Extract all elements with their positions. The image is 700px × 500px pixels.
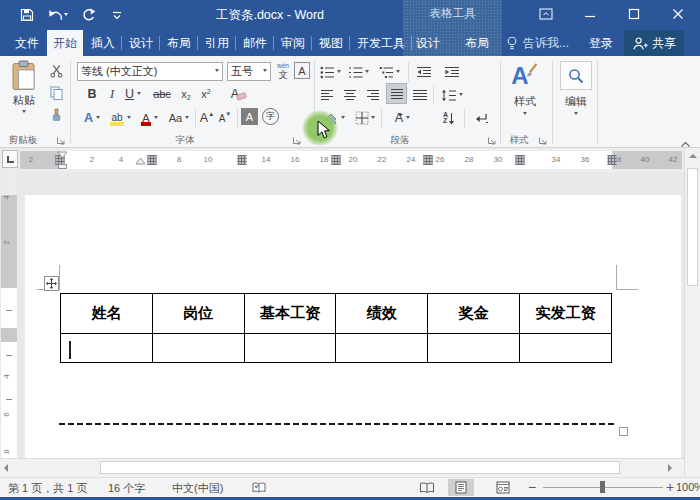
- table-data-cell[interactable]: [336, 334, 428, 362]
- distribute-button[interactable]: [410, 85, 430, 105]
- clear-formatting-button[interactable]: A: [228, 84, 250, 104]
- grow-font-button[interactable]: A ▲: [199, 108, 215, 128]
- paste-dropdown-arrow[interactable]: [22, 110, 26, 115]
- borders-button[interactable]: [352, 108, 378, 128]
- share-button[interactable]: 共享: [624, 30, 684, 56]
- horizontal-scrollbar[interactable]: [0, 458, 684, 477]
- horizontal-scroll-thumb[interactable]: [100, 461, 620, 474]
- web-layout-button[interactable]: [490, 479, 516, 496]
- vertical-scrollbar[interactable]: [684, 148, 700, 477]
- increase-indent-button[interactable]: [442, 62, 462, 82]
- bullets-button[interactable]: [318, 62, 342, 82]
- ribbon-tab[interactable]: 视图: [313, 30, 349, 56]
- ribbon-tab[interactable]: 插入: [85, 30, 121, 56]
- table-header-cell[interactable]: 实发工资: [520, 294, 611, 333]
- font-color-button[interactable]: A: [138, 108, 162, 128]
- paste-button[interactable]: 粘贴: [6, 60, 42, 115]
- styles-dropdown-arrow[interactable]: [523, 112, 527, 117]
- language-indicator[interactable]: 中文(中国): [172, 481, 223, 496]
- scroll-left-arrow[interactable]: [4, 464, 8, 472]
- table-column-marker[interactable]: [608, 155, 617, 165]
- sort-button[interactable]: A Z: [438, 108, 460, 128]
- table-move-handle[interactable]: [44, 276, 59, 291]
- table-header-cell[interactable]: 奖金: [428, 294, 520, 333]
- line-spacing-dropdown-arrow[interactable]: [459, 93, 463, 98]
- save-button[interactable]: [18, 5, 36, 25]
- table-data-cell[interactable]: [520, 334, 611, 362]
- cut-button[interactable]: [46, 61, 66, 81]
- text-effects-dropdown-arrow[interactable]: [96, 116, 100, 121]
- editing-dropdown-arrow[interactable]: [574, 112, 578, 117]
- zoom-out-button[interactable]: −: [528, 479, 536, 495]
- character-shading-button[interactable]: A: [241, 108, 258, 125]
- justify-button[interactable]: [386, 83, 407, 104]
- font-name-combo[interactable]: 等线 (中文正文): [77, 62, 223, 81]
- font-size-combo[interactable]: 五号: [227, 62, 271, 81]
- maximize-button[interactable]: [612, 0, 656, 27]
- table-header-cell[interactable]: 基本工资: [245, 294, 337, 333]
- ribbon-tab[interactable]: 引用: [199, 30, 235, 56]
- table-column-marker[interactable]: [148, 155, 157, 165]
- minimize-button[interactable]: [568, 0, 612, 27]
- enclose-characters-button[interactable]: 字: [262, 108, 279, 125]
- multilevel-list-button[interactable]: [376, 62, 402, 82]
- redo-button[interactable]: [80, 5, 98, 25]
- multilevel-dropdown-arrow[interactable]: [396, 70, 400, 75]
- page-indicator[interactable]: 第 1 页，共 1 页: [8, 481, 87, 496]
- ribbon-tab[interactable]: 文件: [9, 30, 45, 56]
- table-data-cell[interactable]: [61, 334, 153, 362]
- font-color-dropdown-arrow[interactable]: [154, 116, 158, 121]
- contextual-tab[interactable]: 设计: [416, 35, 440, 52]
- tell-me-box[interactable]: 告诉我...: [506, 30, 569, 56]
- read-mode-button[interactable]: [414, 479, 440, 496]
- tab-selector-button[interactable]: [2, 150, 18, 168]
- italic-button[interactable]: I: [106, 84, 118, 104]
- decrease-indent-button[interactable]: [414, 62, 434, 82]
- salary-table[interactable]: 姓名岗位基本工资绩效奖金实发工资: [60, 293, 612, 363]
- vertical-ruler[interactable]: 42 468: [1, 172, 17, 458]
- vertical-scroll-thumb[interactable]: [687, 168, 698, 286]
- superscript-button[interactable]: x 2: [198, 84, 214, 104]
- zoom-in-button[interactable]: +: [666, 479, 674, 495]
- end-of-line-square[interactable]: [619, 427, 628, 436]
- font-name-dropdown-arrow[interactable]: [215, 69, 219, 74]
- numbering-button[interactable]: [346, 62, 370, 82]
- align-center-button[interactable]: [341, 85, 359, 105]
- left-indent-marker[interactable]: [58, 164, 67, 169]
- strikethrough-button[interactable]: abc: [150, 84, 174, 104]
- page[interactable]: 姓名岗位基本工资绩效奖金实发工资: [25, 195, 681, 458]
- styles-dialog-launcher[interactable]: [538, 136, 548, 146]
- table-header-cell[interactable]: 姓名: [61, 294, 153, 333]
- font-size-dropdown-arrow[interactable]: [263, 69, 267, 74]
- ribbon-tab[interactable]: 审阅: [275, 30, 311, 56]
- align-right-button[interactable]: [364, 85, 382, 105]
- table-data-cell[interactable]: [153, 334, 245, 362]
- zoom-slider-thumb[interactable]: [600, 481, 605, 493]
- hanging-indent-marker[interactable]: [135, 157, 146, 165]
- phonetic-guide-button[interactable]: wén 文: [274, 59, 292, 83]
- asian-layout-button[interactable]: ◂▸ A: [390, 108, 418, 128]
- ribbon-tab[interactable]: 设计: [123, 30, 159, 56]
- ribbon-tab[interactable]: 开始: [47, 30, 83, 56]
- bullets-dropdown-arrow[interactable]: [337, 70, 341, 75]
- format-painter-button[interactable]: [46, 105, 66, 125]
- word-count[interactable]: 16 个字: [108, 481, 145, 496]
- table-header-cell[interactable]: 绩效: [336, 294, 428, 333]
- asian-layout-dropdown-arrow[interactable]: [406, 116, 410, 121]
- bold-button[interactable]: B: [84, 84, 100, 104]
- table-data-cell[interactable]: [428, 334, 520, 362]
- sign-in-button[interactable]: 登录: [589, 30, 613, 56]
- first-line-indent-marker[interactable]: [57, 151, 68, 159]
- change-case-button[interactable]: Aa: [166, 108, 192, 128]
- zoom-level[interactable]: 100%: [676, 481, 700, 493]
- close-button[interactable]: [656, 0, 700, 27]
- clipboard-dialog-launcher[interactable]: [56, 136, 66, 146]
- styles-button[interactable]: A 样式: [504, 61, 546, 117]
- copy-button[interactable]: [46, 83, 66, 103]
- qat-customize-button[interactable]: [108, 5, 126, 25]
- spellcheck-status[interactable]: [252, 482, 266, 496]
- scroll-right-arrow[interactable]: [668, 464, 672, 472]
- table-column-marker[interactable]: [332, 155, 341, 165]
- horizontal-ruler[interactable]: 2 248101416182022242628303436384042: [20, 151, 682, 169]
- ribbon-display-options-button[interactable]: [524, 0, 568, 27]
